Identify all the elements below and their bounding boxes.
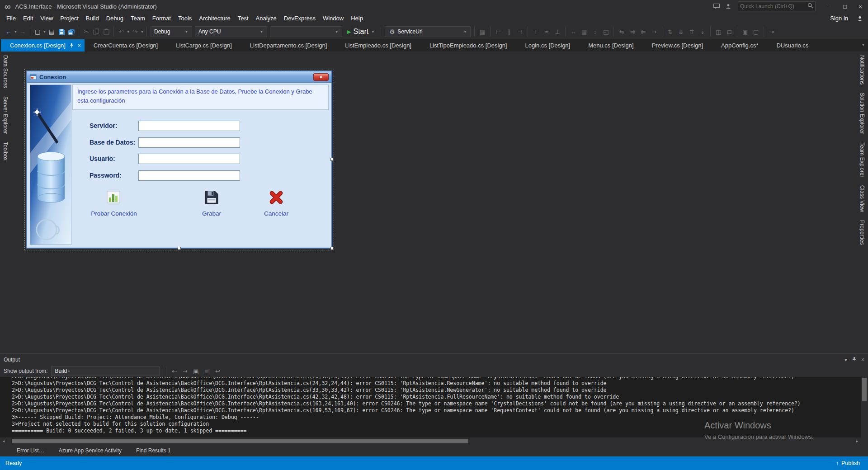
tab-listdepartamento[interactable]: ListDepartamento.cs [Design] [241, 39, 336, 52]
form-close-button[interactable]: × [313, 73, 329, 81]
menu-format[interactable]: Format [149, 14, 175, 23]
start-debugging-button[interactable]: ▶ Start ▾ [344, 26, 378, 37]
increase-vertical-spacing-icon[interactable]: ⇊ [675, 27, 686, 37]
menu-devexpress[interactable]: DevExpress [280, 14, 319, 23]
base-de-datos-input[interactable] [138, 137, 240, 148]
sidebar-tab-solution-explorer[interactable]: Solution Explorer [859, 93, 865, 134]
align-middles-icon[interactable]: ≍ [541, 27, 552, 37]
form-title-bar[interactable]: Conexion × [27, 71, 331, 83]
sidebar-tab-properties[interactable]: Properties [859, 220, 865, 245]
copy-output-icon[interactable]: ▣ [190, 366, 201, 376]
resize-handle-bottom-right[interactable] [330, 247, 334, 250]
size-to-grid-icon[interactable]: ▦ [579, 27, 590, 37]
tab-preview[interactable]: Preview.cs [Design] [643, 39, 712, 52]
new-file-icon[interactable]: ▢ [33, 27, 42, 37]
goto-previous-message-icon[interactable]: ⇠ [169, 366, 179, 376]
usuario-input[interactable] [138, 154, 240, 164]
service-url-dropdown[interactable]: ⚙ ServiceUrl ▾ [385, 26, 471, 37]
make-same-height-icon[interactable]: ↕ [590, 27, 600, 37]
tab-appconfig[interactable]: AppConfig.cs* [712, 39, 767, 52]
scrollbar-track[interactable] [7, 437, 854, 445]
menu-team[interactable]: Team [127, 14, 149, 23]
tab-conexion[interactable]: Conexion.cs [Design] × [1, 39, 85, 52]
quick-launch-input[interactable] [740, 3, 807, 9]
sign-in-link[interactable]: Sign in [825, 15, 854, 22]
save-all-icon[interactable] [66, 27, 76, 37]
tab-login[interactable]: Login.cs [Design] [516, 39, 579, 52]
tab-close-icon[interactable]: × [78, 42, 81, 49]
tab-dusuario[interactable]: DUsuario.cs [767, 39, 817, 52]
menu-help[interactable]: Help [347, 14, 367, 23]
undo-icon[interactable]: ↶ [116, 27, 126, 37]
send-to-back-icon[interactable]: ▢ [750, 27, 761, 37]
horizontal-scrollbar[interactable]: ◂ ▸ [0, 437, 861, 445]
toggle-word-wrap-icon[interactable]: ↩ [212, 366, 223, 376]
menu-architecture[interactable]: Architecture [195, 14, 234, 23]
decrease-horizontal-spacing-icon[interactable]: ⇇ [638, 27, 649, 37]
person-icon[interactable] [722, 1, 734, 11]
scrollbar-thumb[interactable] [12, 439, 468, 443]
menu-project[interactable]: Project [57, 14, 82, 23]
make-same-size-icon[interactable]: ◱ [600, 27, 611, 37]
align-lefts-icon[interactable]: ⊢ [493, 27, 504, 37]
grabar-button[interactable]: Grabar [182, 190, 241, 217]
align-centers-icon[interactable]: ∥ [504, 27, 514, 37]
tab-list-chevron-icon[interactable]: ▾ [862, 42, 864, 47]
resize-handle-right[interactable] [330, 158, 334, 161]
redo-icon[interactable]: ↷ [130, 27, 140, 37]
make-horizontal-spacing-equal-icon[interactable]: ⇆ [616, 27, 627, 37]
publish-button[interactable]: ↑ Publish [836, 460, 863, 466]
menu-view[interactable]: View [37, 14, 57, 23]
make-same-width-icon[interactable]: ↔ [568, 27, 579, 37]
tab-error-list[interactable]: Error List… [17, 447, 44, 454]
output-source-dropdown[interactable]: Build ▾ [51, 366, 160, 376]
sidebar-tab-toolbox[interactable]: Toolbox [2, 142, 9, 160]
tab-listempleado[interactable]: ListEmpleado.cs [Design] [336, 39, 420, 52]
tab-azure-app-service-activity[interactable]: Azure App Service Activity [59, 447, 122, 454]
decrease-vertical-spacing-icon[interactable]: ⇈ [686, 27, 697, 37]
goto-next-message-icon[interactable]: ⇢ [179, 366, 190, 376]
undo-caret-icon[interactable]: ▾ [126, 30, 130, 34]
minimize-button[interactable]: – [822, 0, 837, 13]
redo-caret-icon[interactable]: ▾ [140, 30, 144, 34]
navigate-backward-caret-icon[interactable]: ▾ [14, 30, 18, 34]
navigate-forward-icon[interactable]: → [18, 27, 28, 37]
tab-menu[interactable]: Menu.cs [Design] [579, 39, 642, 52]
maximize-button[interactable]: □ [837, 0, 853, 13]
scrollbar-thumb[interactable] [862, 378, 867, 401]
resize-handle-bottom[interactable] [178, 247, 181, 250]
menu-file[interactable]: File [3, 14, 19, 23]
align-to-grid-icon[interactable]: ▦ [477, 27, 488, 37]
align-rights-icon[interactable]: ⊣ [514, 27, 525, 37]
menu-debug[interactable]: Debug [103, 14, 127, 23]
clear-all-icon[interactable]: ≣ [201, 366, 212, 376]
tab-order-icon[interactable]: ⇥ [766, 27, 777, 37]
paste-icon[interactable] [101, 27, 111, 37]
output-title-bar[interactable]: Output ▾ × [0, 354, 868, 365]
pin-icon[interactable] [69, 43, 74, 48]
user-avatar-icon[interactable] [854, 14, 866, 24]
close-button[interactable]: × [853, 0, 868, 13]
feedback-icon[interactable] [711, 1, 722, 11]
menu-test[interactable]: Test [234, 14, 252, 23]
tab-listtipoempleado[interactable]: ListTipoEmpleado.cs [Design] [420, 39, 516, 52]
menu-window[interactable]: Window [319, 14, 347, 23]
remove-horizontal-spacing-icon[interactable]: ⇢ [649, 27, 660, 37]
open-file-icon[interactable]: ▤ [47, 27, 57, 37]
tab-listcargo[interactable]: ListCargo.cs [Design] [167, 39, 241, 52]
servidor-input[interactable] [138, 121, 240, 131]
output-text-area[interactable]: 2>D:\Augustus\Proyectos\DCG Tec\Control … [0, 377, 861, 437]
window-position-chevron-icon[interactable]: ▾ [844, 357, 847, 363]
new-file-caret-icon[interactable]: ▾ [42, 30, 47, 34]
scroll-left-icon[interactable]: ◂ [0, 439, 7, 443]
navigate-backward-icon[interactable]: ← [4, 27, 14, 37]
menu-edit[interactable]: Edit [19, 14, 37, 23]
sidebar-tab-notifications[interactable]: Notifications [859, 55, 865, 85]
conexion-form[interactable]: Conexion × [26, 70, 332, 249]
sidebar-tab-class-view[interactable]: Class View [859, 185, 865, 212]
password-input[interactable] [138, 170, 240, 181]
tab-find-results-1[interactable]: Find Results 1 [136, 447, 171, 454]
center-vertically-icon[interactable]: ⊟ [724, 27, 735, 37]
remove-vertical-spacing-icon[interactable]: ⇣ [697, 27, 708, 37]
increase-horizontal-spacing-icon[interactable]: ⇉ [627, 27, 638, 37]
